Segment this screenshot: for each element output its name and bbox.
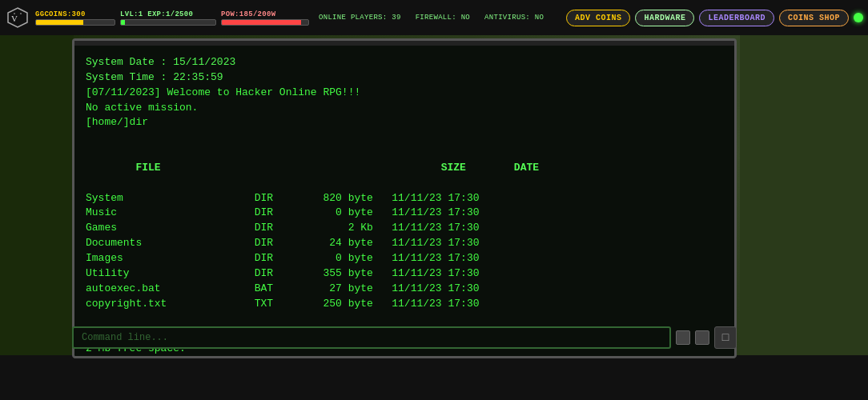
firewall-label: FIREWALL: NO [416,14,470,22]
pow-track [221,19,309,26]
table-row: System DIR 820 byte 11/11/23 17:30 [86,191,723,206]
online-indicator [854,13,863,22]
table-row: Games DIR 2 Kb 11/11/23 17:30 [86,221,723,236]
bottom-strip [0,355,868,400]
win-close-button[interactable]: □ [714,326,737,349]
sub-stats: ONLINE PLAYERS: 39 FIREWALL: NO ANTIVIRU… [314,14,544,22]
logo: V [5,5,30,30]
table-row: Music DIR 0 byte 11/11/23 17:30 [86,206,723,221]
table-row: Utility DIR 355 byte 11/11/23 17:30 [86,266,723,282]
term-welcome: [07/11/2023] Welcome to Hacker Online RP… [86,86,723,101]
table-row: Documents DIR 24 byte 11/11/23 17:30 [86,236,723,251]
side-panel-right [740,35,868,379]
terminal-wrapper: System Date : 15/11/2023 System Time : 2… [72,38,737,358]
pow-fill [222,20,301,25]
exp-label: LVL:1 EXP:1/2500 [120,10,216,18]
pow-stat: POW:185/200W [221,10,309,26]
coins-shop-button[interactable]: COINS SHOP [779,10,849,26]
win-maximize-button[interactable] [695,330,709,345]
term-dir-cmd: [home/]dir [86,115,723,130]
cmdline-bar: □ [72,323,737,352]
term-date: System Date : 15/11/2023 [86,55,723,70]
ggcoins-label: GGCOINS:300 [35,10,115,18]
online-players-label: ONLINE PLAYERS: 39 [319,14,401,22]
table-row: copyright.txt TXT 250 byte 11/11/23 17:3… [86,297,723,312]
table-row: autoexec.bat BAT 27 byte 11/11/23 17:30 [86,282,723,297]
exp-stat: LVL:1 EXP:1/2500 [120,10,216,26]
side-panel-left [0,35,74,379]
antivirus-label: ANTIVIRUS: NO [484,14,544,22]
svg-text:V: V [11,14,18,23]
table-row: Images DIR 0 byte 11/11/23 17:30 [86,251,723,266]
file-list: System DIR 820 byte 11/11/23 17:30Music … [86,191,723,312]
command-input[interactable] [72,326,671,349]
term-col-headers: FILESIZEDATE [86,146,723,191]
win-minimize-button[interactable] [676,330,690,345]
ggcoins-track [35,19,115,26]
term-mission: No active mission. [86,101,723,116]
ggcoins-stat: GGCOINS:300 [35,10,115,26]
exp-fill [121,20,125,25]
exp-track [120,19,216,26]
term-time: System Time : 22:35:59 [86,70,723,86]
adv-coins-button[interactable]: ADV COINS [566,10,631,26]
hardware-button[interactable]: HARDWARE [635,10,694,26]
terminal-body: System Date : 15/11/2023 System Time : 2… [74,46,734,356]
leaderboard-button[interactable]: LEADERBOARD [699,10,774,26]
terminal-window: System Date : 15/11/2023 System Time : 2… [72,38,737,358]
term-blank1 [86,130,723,146]
pow-label: POW:185/200W [221,10,309,18]
topbar: V GGCOINS:300 LVL:1 EXP:1/2500 POW:185/2… [0,0,868,35]
ggcoins-fill [36,20,83,25]
